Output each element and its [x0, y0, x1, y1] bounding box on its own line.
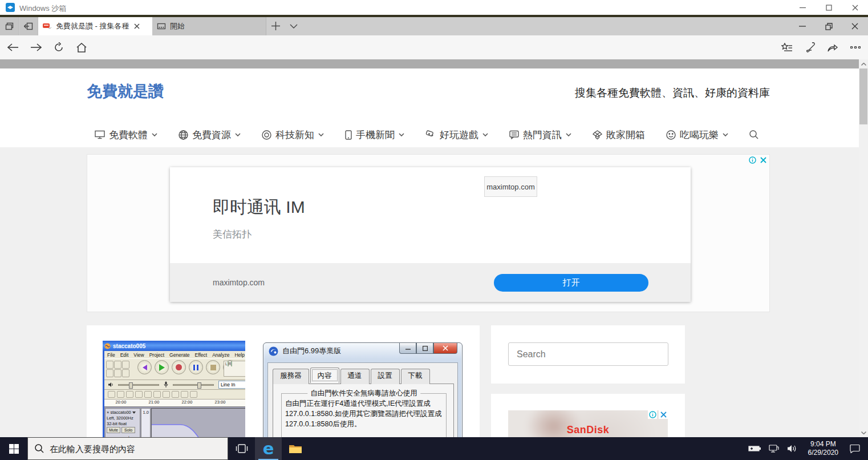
nav-item-free-software[interactable]: 免費軟體 — [95, 128, 157, 142]
tab-download: 下載 — [401, 369, 430, 384]
sandbox-maximize-button[interactable] — [816, 0, 842, 15]
tab-list-chevron-icon[interactable] — [290, 24, 298, 29]
tab-settings: 設置 — [371, 369, 400, 384]
nav-item-tech-news[interactable]: 科技新知 — [262, 128, 324, 142]
transport-buttons — [137, 360, 237, 374]
sandbox-minimize-button[interactable] — [789, 0, 816, 15]
settings-more-icon[interactable] — [847, 39, 863, 55]
edge-close-button[interactable] — [842, 17, 868, 35]
scroll-up-icon[interactable] — [859, 59, 868, 68]
speaker-icon[interactable] — [787, 445, 797, 453]
taskbar-clock[interactable]: 9:04 PM 6/29/2020 — [805, 440, 842, 457]
w7-titlebar: 自由門6.99專業版 — [263, 343, 462, 359]
chevron-down-icon — [235, 133, 241, 136]
track-control-panel: × staccato00 Left, 32000Hz 32-bit float … — [105, 408, 140, 437]
ad-info-icon[interactable] — [648, 410, 657, 419]
taskbar-search-box[interactable] — [27, 437, 228, 460]
ad-headline[interactable]: 即时通讯 IM — [213, 196, 305, 219]
refresh-icon[interactable] — [50, 39, 67, 56]
sandbox-close-button[interactable] — [842, 0, 868, 15]
edge-minimize-button[interactable] — [789, 17, 816, 35]
play-button — [155, 360, 169, 374]
sidebar-search-card — [491, 325, 685, 384]
site-search-icon[interactable] — [749, 130, 759, 139]
sidebar-ad-card: SanDisk — [491, 394, 685, 437]
adchoices-controls — [748, 156, 768, 164]
chevron-down-icon — [399, 133, 404, 136]
freegate-app-icon — [269, 346, 278, 356]
record-button — [172, 360, 186, 374]
tab-content: 內容 — [310, 368, 339, 383]
ad-domain-chip[interactable]: maximtop.com — [484, 176, 537, 197]
taskbar-search-input[interactable] — [50, 444, 209, 454]
nav-item-games[interactable]: 好玩遊戲 — [425, 128, 488, 142]
edge-restore-button[interactable] — [816, 17, 842, 35]
ad-open-button[interactable]: 打开 — [494, 274, 648, 292]
set-tabs-aside-icon[interactable] — [19, 17, 38, 35]
track-vertical-ruler: 1.0 0.5 0.0 — [141, 408, 151, 437]
freegate-tabs: 服務器 內容 通道 設置 下載 — [273, 369, 453, 384]
google-ad-widget: 即时通讯 IM 美信拓扑 maximtop.com maximtop.com 打… — [87, 154, 770, 312]
tab-preview-icon[interactable] — [0, 17, 19, 35]
nav-item-food-fun[interactable]: 吃喝玩樂 — [666, 128, 728, 142]
page-scrollbar[interactable] — [859, 59, 868, 437]
site-search-input[interactable] — [508, 342, 668, 366]
ad-footer-domain: maximtop.com — [213, 278, 265, 287]
tab-tunnel: 通道 — [340, 369, 370, 384]
site-header: 免費就是讚 搜集各種免費軟體、資訊、好康的資料庫 免費軟體 免費資源 科技新知 … — [0, 68, 859, 147]
back-icon[interactable] — [5, 39, 22, 56]
article-card-freegate[interactable]: 自由門6.99專業版 服務器 內容 通道 設置 下載 自由門軟件安全無 — [245, 325, 480, 437]
tab-close-icon[interactable] — [134, 23, 140, 29]
speaker-icon — [108, 382, 113, 388]
start-button[interactable] — [0, 437, 27, 460]
sandbox-titlebar: Windows 沙箱 — [0, 0, 868, 15]
tab-start[interactable]: 開始 — [152, 17, 266, 35]
battery-icon[interactable] — [748, 445, 761, 452]
tab-free943[interactable]: 免費就是讚 - 搜集各種 — [38, 17, 152, 35]
share-icon[interactable] — [825, 39, 841, 55]
ad-creative[interactable]: 即时通讯 IM 美信拓扑 maximtop.com maximtop.com 打… — [170, 167, 691, 302]
action-center-icon[interactable] — [850, 444, 860, 453]
windows-sandbox-icon — [6, 3, 15, 12]
chevron-down-icon — [318, 133, 324, 136]
home-icon[interactable] — [73, 39, 90, 56]
task-view-button[interactable] — [228, 437, 255, 460]
favorites-hub-icon[interactable] — [779, 39, 795, 55]
ad-info-icon[interactable] — [748, 156, 757, 164]
freegate-tab-panel: 自由門軟件安全無病毒請放心使用 自由門正在運行F4通道代理模式,IE代理設置成 … — [273, 384, 454, 437]
forward-icon[interactable] — [27, 39, 44, 56]
annotate-pen-icon[interactable] — [802, 39, 818, 55]
site-tagline: 搜集各種免費軟體、資訊、好康的資料庫 — [575, 86, 770, 100]
taskbar-file-explorer-button[interactable] — [282, 437, 309, 460]
web-page: 免費就是讚 搜集各種免費軟體、資訊、好康的資料庫 免費軟體 免費資源 科技新知 … — [0, 68, 859, 437]
groupbox-title: 自由門軟件安全無病毒請放心使用 — [307, 389, 420, 398]
nav-item-unboxing[interactable]: 敗家開箱 — [593, 128, 645, 142]
output-volume-slider — [118, 384, 159, 386]
ad-close-icon[interactable] — [659, 410, 668, 419]
w7-close-button — [433, 343, 457, 354]
network-icon[interactable] — [769, 445, 779, 453]
site-logo-text[interactable]: 免費就是讚 — [87, 81, 164, 102]
page-top-gray-band — [0, 59, 868, 68]
ad-close-icon[interactable] — [759, 156, 768, 164]
chevron-down-icon — [723, 133, 728, 136]
sandbox-window-title: Windows 沙箱 — [19, 3, 66, 14]
scroll-down-icon[interactable] — [859, 428, 868, 437]
scrollbar-thumb[interactable] — [859, 68, 867, 124]
mute-button: Mute — [107, 427, 120, 433]
gamepad-icon — [425, 130, 436, 139]
new-tab-icon[interactable] — [271, 22, 280, 30]
clock-date: 6/29/2020 — [808, 449, 838, 457]
freegate-groupbox: 自由門軟件安全無病毒請放心使用 自由門正在運行F4通道代理模式,IE代理設置成 … — [281, 393, 447, 437]
ad-footer: maximtop.com 打开 — [170, 263, 691, 302]
taskbar-edge-button[interactable]: e — [255, 437, 282, 460]
nav-item-hot-info[interactable]: 熱門資訊 — [509, 128, 571, 142]
freegate-screenshot: 自由門6.99專業版 服務器 內容 通道 設置 下載 自由門軟件安全無 — [263, 342, 463, 437]
nav-item-free-resources[interactable]: 免費資源 — [179, 128, 241, 142]
sandisk-ad[interactable]: SanDisk — [508, 410, 668, 437]
globe-icon — [179, 130, 188, 140]
site-nav: 免費軟體 免費資源 科技新知 手機新聞 好玩遊戲 — [95, 124, 759, 145]
chevron-down-icon — [566, 133, 571, 136]
nav-item-mobile-news[interactable]: 手機新聞 — [345, 128, 404, 142]
w7-maximize-button — [416, 343, 433, 354]
